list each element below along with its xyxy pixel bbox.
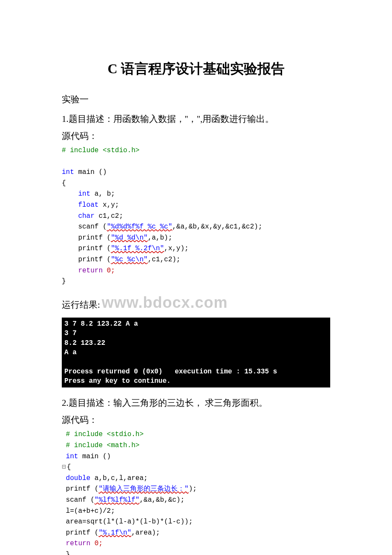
problem1-code: # include <stdio.h> int main () { int a,… [62, 145, 330, 287]
string-literal: "请输入三角形的三条边长：" [98, 485, 188, 493]
keyword-return: return [78, 267, 103, 275]
include-directive: # include <stdio.h> [62, 431, 144, 438]
problem1-result-label: 运行结果: [62, 299, 100, 311]
problem2-description: 2.题目描述：输入三角形的三边长， 求三角形面积。 [62, 397, 330, 409]
keyword-return: return [62, 540, 90, 547]
problem2-code: # include <stdio.h> # include <math.h> i… [62, 429, 330, 555]
keyword-float: float [78, 201, 98, 209]
keyword-int: int [78, 190, 90, 198]
format-string: "%.1f %.2f\n" [111, 245, 164, 252]
format-string: "%.1f\n" [98, 529, 131, 537]
format-string: "%c %c\n" [111, 256, 147, 263]
include-directive: # include <math.h> [62, 442, 139, 449]
keyword-int: int [62, 168, 74, 176]
keyword-double: double [62, 474, 90, 482]
experiment-label: 实验一 [62, 93, 330, 105]
keyword-int: int [62, 453, 78, 460]
include-directive: # include <stdio.h> [62, 147, 139, 154]
watermark-text: www.bdocx.com [102, 295, 228, 310]
doc-title: C 语言程序设计基础实验报告 [62, 60, 330, 78]
problem1-console-output: 3 7 8.2 123.22 A a 3 7 8.2 123.22 A a Pr… [62, 318, 330, 388]
fold-gutter-icon: ⊟ [62, 463, 66, 471]
keyword-char: char [78, 212, 94, 220]
problem2-source-label: 源代码： [62, 414, 330, 426]
format-string: "%d %d\n" [111, 234, 147, 242]
problem1-description: 1.题目描述：用函数输入数据，''，'',用函数进行输出。 [62, 113, 330, 125]
problem1-source-label: 源代码： [62, 130, 330, 142]
format-string: "%lf%lf%lf" [95, 496, 140, 504]
format-string: "%d%d%f%f %c %c" [107, 223, 173, 231]
